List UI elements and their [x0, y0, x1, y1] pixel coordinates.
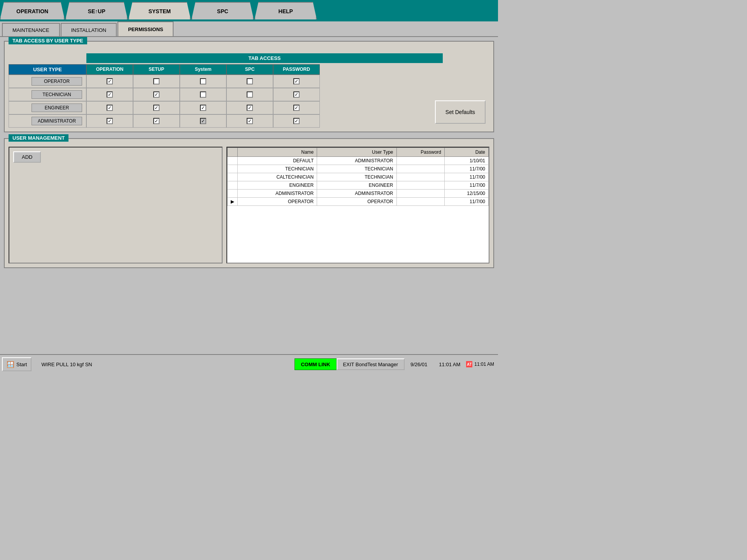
tab-permissions[interactable]: PERMISSIONS — [117, 21, 174, 36]
engineer-system-check[interactable] — [180, 101, 226, 114]
user-row[interactable]: ▶ OPERATOR OPERATOR 11/7/00 — [228, 198, 489, 206]
exit-button[interactable]: EXIT BondTest Manager — [337, 358, 405, 370]
user-date: 11/7/00 — [445, 198, 489, 206]
col-date: Date — [445, 148, 489, 157]
user-password — [396, 190, 445, 198]
add-button[interactable]: ADD — [13, 151, 41, 163]
user-password — [396, 165, 445, 173]
checkbox-technician-system[interactable] — [200, 91, 206, 98]
col-name: Name — [238, 148, 317, 157]
system-col-header: System — [180, 64, 226, 75]
users-table-panel: Name User Type Password Date DEFAULT ADM… — [226, 147, 489, 263]
row-indicator — [228, 190, 238, 198]
user-name: TECHNICIAN — [238, 165, 317, 173]
user-type: ADMINISTRATOR — [317, 190, 396, 198]
user-date: 11/7/00 — [445, 165, 489, 173]
checkbox-administrator-system[interactable] — [200, 118, 206, 124]
administrator-spc-check[interactable] — [226, 114, 273, 128]
top-navigation: OPERATION SE↑UP SYSTEM SPC HELP — [0, 0, 498, 21]
checkbox-engineer-setup[interactable] — [153, 105, 160, 111]
checkbox-operator-password[interactable] — [293, 78, 300, 84]
tab-access-section: TAB ACCESS BY USER TYPE TAB ACCESS USER … — [4, 41, 494, 132]
checkbox-operator-setup[interactable] — [153, 78, 160, 84]
col-password: Password — [396, 148, 445, 157]
checkbox-operator-system[interactable] — [200, 78, 206, 84]
checkbox-administrator-password[interactable] — [293, 118, 300, 124]
operator-system-check[interactable] — [180, 75, 226, 88]
administrator-setup-check[interactable] — [133, 114, 180, 128]
administrator-password-check[interactable] — [273, 114, 320, 128]
checkbox-administrator-spc[interactable] — [247, 118, 253, 124]
checkbox-technician-operation[interactable] — [107, 91, 113, 98]
engineer-row: ENGINEER — [9, 101, 489, 114]
technician-operation-check[interactable] — [86, 88, 133, 101]
user-row[interactable]: CALTECHNICIAN TECHNICIAN 11/7/00 — [228, 173, 489, 181]
tab-maintenance[interactable]: MAINTENANCE — [2, 23, 60, 36]
checkbox-technician-password[interactable] — [293, 91, 300, 98]
user-row[interactable]: DEFAULT ADMINISTRATOR 1/10/01 — [228, 157, 489, 165]
status-date: 9/26/01 — [405, 360, 433, 369]
engineer-spc-check[interactable] — [226, 101, 273, 114]
checkbox-technician-spc[interactable] — [247, 91, 253, 98]
checkbox-administrator-operation[interactable] — [107, 118, 113, 124]
comm-link-indicator: COMM LINK — [295, 358, 336, 370]
operator-spc-check[interactable] — [226, 75, 273, 88]
engineer-setup-check[interactable] — [133, 101, 180, 114]
checkbox-engineer-spc[interactable] — [247, 105, 253, 111]
user-password — [396, 157, 445, 165]
user-type: OPERATOR — [317, 198, 396, 206]
operator-setup-check[interactable] — [133, 75, 180, 88]
user-management-left-panel: ADD — [9, 147, 223, 263]
checkbox-operator-operation[interactable] — [107, 78, 113, 84]
engineer-password-check[interactable] — [273, 101, 320, 114]
checkbox-administrator-setup[interactable] — [153, 118, 160, 124]
row-indicator — [228, 173, 238, 181]
checkbox-operator-spc[interactable] — [247, 78, 253, 84]
user-type: TECHNICIAN — [317, 173, 396, 181]
row-indicator: ▶ — [228, 198, 238, 206]
user-date: 1/10/01 — [445, 157, 489, 165]
operator-password-check[interactable] — [273, 75, 320, 88]
tab-help[interactable]: HELP — [254, 2, 317, 19]
technician-label-cell: TECHNICIAN — [9, 88, 86, 101]
row-indicator — [228, 165, 238, 173]
col-usertype: User Type — [317, 148, 396, 157]
tab-spc[interactable]: SPC — [191, 2, 254, 19]
user-row[interactable]: TECHNICIAN TECHNICIAN 11/7/00 — [228, 165, 489, 173]
checkbox-engineer-password[interactable] — [293, 105, 300, 111]
operator-label: OPERATOR — [32, 77, 82, 86]
tab-installation[interactable]: INSTALLATION — [61, 23, 117, 36]
technician-spc-check[interactable] — [226, 88, 273, 101]
engineer-operation-check[interactable] — [86, 101, 133, 114]
user-type: ENGINEER — [317, 181, 396, 190]
user-row[interactable]: ADMINISTRATOR ADMINISTRATOR 12/15/00 — [228, 190, 489, 198]
user-name: DEFAULT — [238, 157, 317, 165]
technician-setup-check[interactable] — [133, 88, 180, 101]
tab-setup[interactable]: SE↑UP — [65, 2, 128, 19]
start-button[interactable]: 🪟 Start — [2, 357, 32, 371]
user-name: ADMINISTRATOR — [238, 190, 317, 198]
operator-label-cell: OPERATOR — [9, 75, 86, 88]
checkbox-engineer-operation[interactable] — [107, 105, 113, 111]
administrator-system-check[interactable] — [180, 114, 226, 128]
operator-operation-check[interactable] — [86, 75, 133, 88]
spc-col-header: SPC — [226, 64, 273, 75]
checkbox-engineer-system[interactable] — [200, 105, 206, 111]
tab-operation[interactable]: OPERATION — [0, 2, 65, 19]
password-col-header: PASSWORD — [273, 64, 320, 75]
status-time: 11:01 AM — [433, 360, 466, 369]
checkbox-technician-setup[interactable] — [153, 91, 160, 98]
main-content: TAB ACCESS BY USER TYPE TAB ACCESS USER … — [0, 37, 498, 354]
user-date: 11/7/00 — [445, 181, 489, 190]
technician-password-check[interactable] — [273, 88, 320, 101]
technician-system-check[interactable] — [180, 88, 226, 101]
user-row[interactable]: ENGINEER ENGINEER 11/7/00 — [228, 181, 489, 190]
user-type-col-header: USER TYPE — [9, 64, 86, 75]
col-indicator — [228, 148, 238, 157]
user-password — [396, 198, 445, 206]
set-defaults-button[interactable]: Set Defaults — [435, 100, 486, 124]
engineer-label-cell: ENGINEER — [9, 101, 86, 114]
administrator-operation-check[interactable] — [86, 114, 133, 128]
tab-system[interactable]: SYSTEM — [128, 2, 191, 19]
administrator-row: ADMINISTRATOR — [9, 114, 489, 128]
